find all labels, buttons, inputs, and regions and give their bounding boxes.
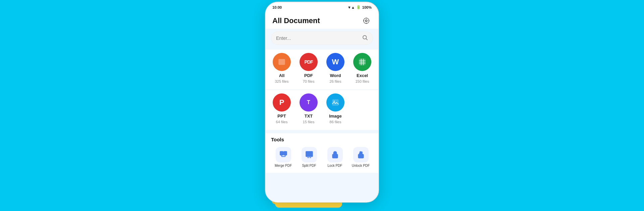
status-icons: ▼▲ 🔋 100% — [347, 5, 372, 9]
ppt-label: PPT — [277, 114, 286, 119]
status-bar: 10:00 ▼▲ 🔋 100% — [266, 2, 378, 11]
category-ppt[interactable]: P PPT 64 files — [270, 91, 294, 126]
excel-label: Excel — [357, 73, 368, 78]
tools-title: Tools — [271, 137, 373, 142]
tool-merge-pdf[interactable]: Merge PDF — [271, 146, 296, 169]
image-label: Image — [329, 114, 342, 119]
svg-rect-13 — [284, 151, 287, 155]
split-pdf-label: Split PDF — [302, 164, 316, 167]
word-icon: W — [326, 53, 344, 71]
svg-point-11 — [334, 101, 335, 102]
lock-pdf-label: Lock PDF — [328, 164, 342, 167]
image-count: 86 files — [330, 120, 341, 124]
battery-icon: 🔋 — [356, 5, 361, 9]
image-icon — [326, 93, 344, 112]
txt-count: 15 files — [303, 120, 315, 124]
category-image[interactable]: Image 86 files — [323, 91, 347, 126]
ppt-count: 64 files — [276, 120, 288, 124]
lock-pdf-icon — [327, 147, 343, 162]
svg-point-2 — [363, 36, 367, 39]
tools-section: Tools Merge PDF — [266, 133, 378, 173]
category-pdf[interactable]: PDF PDF 70 files — [297, 51, 321, 85]
tool-unlock-pdf[interactable]: Unlock PDF — [348, 146, 373, 169]
svg-point-17 — [334, 156, 335, 157]
tools-grid: Merge PDF Split PDF — [271, 146, 373, 169]
categories-row-2: P PPT 64 files T TXT 15 files Image 86 f… — [266, 90, 378, 130]
category-all[interactable]: All 325 files — [270, 51, 294, 85]
phone-frame: 10:00 ▼▲ 🔋 100% All Document — [265, 2, 379, 203]
svg-point-19 — [360, 156, 361, 157]
pdf-label: PDF — [304, 73, 313, 78]
search-input[interactable] — [276, 36, 362, 41]
svg-rect-5 — [359, 59, 366, 65]
ppt-icon: P — [273, 93, 291, 112]
tool-split-pdf[interactable]: Split PDF — [297, 146, 321, 169]
search-bar — [271, 31, 373, 45]
excel-icon — [353, 53, 371, 71]
word-label: Word — [330, 73, 341, 78]
page-title: All Document — [272, 16, 320, 25]
svg-rect-10 — [332, 99, 339, 106]
unlock-pdf-icon — [353, 147, 369, 162]
excel-count: 150 files — [356, 79, 369, 83]
all-count: 325 files — [275, 79, 289, 83]
tool-lock-pdf[interactable]: Lock PDF — [323, 146, 347, 169]
pin-icon-button[interactable] — [361, 15, 372, 26]
categories-row-1: All 325 files PDF PDF 70 files W Word 26… — [266, 50, 378, 89]
svg-rect-12 — [280, 151, 283, 155]
status-time: 10:00 — [272, 5, 282, 9]
svg-point-0 — [365, 20, 367, 22]
all-icon — [273, 53, 291, 71]
unlock-pdf-label: Unlock PDF — [352, 164, 370, 167]
pdf-icon: PDF — [300, 53, 318, 71]
scene: 🗑 10:00 ▼▲ 🔋 100% All Document — [255, 0, 389, 211]
category-empty — [350, 91, 374, 126]
all-label: All — [279, 73, 285, 78]
search-button[interactable] — [362, 34, 368, 42]
svg-rect-4 — [278, 59, 285, 65]
signal-icon: ▼▲ — [347, 5, 355, 9]
svg-line-3 — [366, 39, 367, 40]
merge-pdf-label: Merge PDF — [275, 164, 292, 167]
svg-point-1 — [364, 18, 369, 24]
split-pdf-icon — [302, 147, 317, 162]
merge-pdf-icon — [276, 147, 291, 162]
battery-percent: 100% — [362, 5, 372, 9]
category-word[interactable]: W Word 26 files — [323, 51, 347, 85]
pdf-count: 70 files — [303, 79, 315, 83]
txt-label: TXT — [305, 114, 313, 119]
category-excel[interactable]: Excel 150 files — [350, 51, 374, 85]
app-header: All Document — [266, 11, 378, 29]
word-count: 26 files — [330, 79, 341, 83]
txt-icon: T — [300, 93, 318, 112]
category-txt[interactable]: T TXT 15 files — [297, 91, 321, 126]
app-content: All Document — [266, 11, 378, 201]
